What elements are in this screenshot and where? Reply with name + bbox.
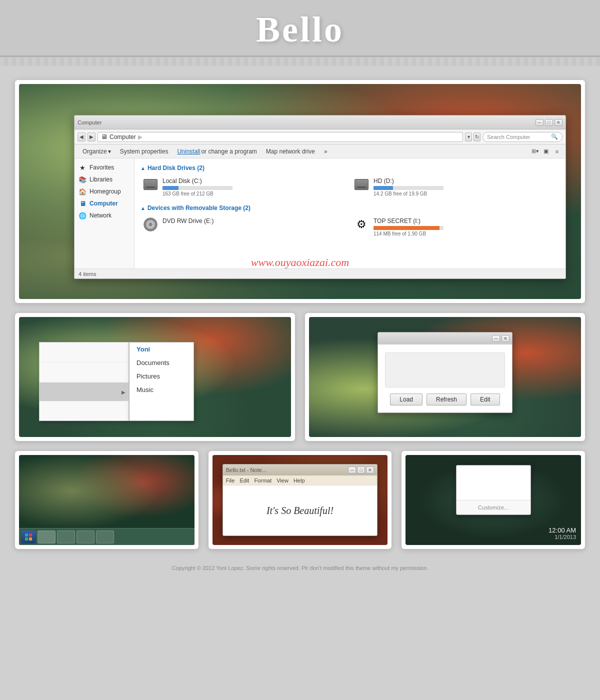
explorer-window: Computer ─ □ ✕ ◀ ▶ 🖥 Computer ▶ xyxy=(74,115,566,279)
refresh-btn[interactable]: ↻ xyxy=(474,132,480,142)
tray-card: Customize... 12:00 AM 1/1/2013 xyxy=(402,451,585,549)
drive-e[interactable]: DVD RW Drive (E:) xyxy=(140,216,348,238)
explorer-body: ★ Favorites 📚 Libraries 🏠 Homegroup xyxy=(74,158,566,268)
sidebar-item-favorites[interactable]: ★ Favorites xyxy=(74,162,134,174)
more-button[interactable]: » xyxy=(320,147,332,156)
uninstall-button[interactable]: Uninstall or change a program xyxy=(173,147,260,156)
drive-d[interactable]: HD (D:) 14.2 GB free of 19.9 GB xyxy=(352,176,560,198)
explorer-background: Computer ─ □ ✕ ◀ ▶ 🖥 Computer ▶ xyxy=(19,84,581,299)
notepad-titlebar: Bello.txt - Note... ─ □ ✕ xyxy=(223,464,378,476)
dialog-minimize-button[interactable]: ─ xyxy=(492,335,500,342)
folder-pane-row-4 xyxy=(40,402,128,420)
view-toggle-button[interactable]: ⊞▾ xyxy=(530,147,540,156)
taskbar-item-1[interactable] xyxy=(38,530,56,544)
notepad-minimize-button[interactable]: ─ xyxy=(348,466,356,474)
drive-d-name: HD (D:) xyxy=(374,178,558,184)
menu-file[interactable]: File xyxy=(226,478,235,484)
context-item-music[interactable]: Music xyxy=(130,383,194,396)
toolbar-right: ⊞▾ ▣ ≡ xyxy=(530,147,562,156)
file-area: ▲ Hard Disk Drives (2) Local Disk (C:) xyxy=(134,158,566,268)
sidebar-item-network[interactable]: 🌐 Network xyxy=(74,210,134,222)
network-icon: 🌐 xyxy=(78,212,86,219)
load-button[interactable]: Load xyxy=(390,394,422,406)
close-button[interactable]: ✕ xyxy=(554,119,562,126)
edit-button[interactable]: Edit xyxy=(470,394,500,406)
computer-icon: 🖥 xyxy=(78,200,86,207)
search-box[interactable]: Search Computer 🔍 xyxy=(482,132,562,142)
context-menu-background: ▶ Yoni Documents Pictures Music xyxy=(19,317,291,437)
removable-section-header: ▲ Devices with Removable Storage (2) xyxy=(140,204,560,212)
sidebar-computer-label: Computer xyxy=(90,200,118,207)
drive-c-icon xyxy=(142,178,158,192)
organize-arrow-icon: ▾ xyxy=(108,148,111,155)
menu-format[interactable]: Format xyxy=(254,478,272,484)
taskbar-item-3[interactable] xyxy=(76,530,94,544)
dialog-close-button[interactable]: ✕ xyxy=(502,335,510,342)
drive-c-name: Local Disk (C:) xyxy=(162,178,346,184)
taskbar-item-2[interactable] xyxy=(57,530,75,544)
drive-i-name: TOP SECRET (I:) xyxy=(374,218,558,224)
address-bar: ◀ ▶ 🖥 Computer ▶ ▾ ↻ Search Computer 🔍 xyxy=(74,130,566,144)
drive-i-icon: ⚙ xyxy=(354,218,370,232)
folder-pane-row-3[interactable]: ▶ xyxy=(40,382,128,402)
notepad-close-button[interactable]: ✕ xyxy=(366,466,374,474)
explorer-titlebar: Computer ─ □ ✕ xyxy=(74,116,566,130)
context-item-pictures[interactable]: Pictures xyxy=(130,370,194,383)
dialog-body: Load Refresh Edit xyxy=(378,344,512,412)
svg-rect-1 xyxy=(29,534,32,536)
maximize-button[interactable]: □ xyxy=(545,119,553,126)
path-extra-btn[interactable]: ▾ xyxy=(465,132,472,142)
drive-i[interactable]: ⚙ TOP SECRET (I:) 114 MB free of 1.90 GB xyxy=(352,216,560,238)
header-wave xyxy=(0,57,600,66)
windows-logo-icon xyxy=(24,533,32,541)
context-item-yoni[interactable]: Yoni xyxy=(130,342,194,356)
back-button[interactable]: ◀ xyxy=(78,132,86,142)
organize-button[interactable]: Organize ▾ xyxy=(78,147,115,156)
context-item-documents[interactable]: Documents xyxy=(130,356,194,370)
removable-drives-grid: DVD RW Drive (E:) ⚙ TOP SECRET (I:) xyxy=(140,216,560,238)
map-network-button[interactable]: Map network drive xyxy=(262,147,319,156)
tray-background: Customize... 12:00 AM 1/1/2013 xyxy=(406,455,581,545)
search-icon: 🔍 xyxy=(551,134,558,140)
sidebar-item-computer[interactable]: 🖥 Computer xyxy=(74,198,134,210)
submenu-arrow-icon: ▶ xyxy=(122,389,126,394)
sidebar-homegroup-label: Homegroup xyxy=(90,188,121,195)
drive-c[interactable]: Local Disk (C:) 163 GB free of 212 GB xyxy=(140,176,348,198)
path-computer: Computer xyxy=(110,134,136,140)
forward-button[interactable]: ▶ xyxy=(88,132,96,142)
dialog-buttons: Load Refresh Edit xyxy=(385,394,505,406)
notepad-menu: File Edit Format View Help xyxy=(223,476,378,486)
menu-edit[interactable]: Edit xyxy=(240,478,249,484)
middle-row: ▶ Yoni Documents Pictures Music xyxy=(15,313,585,441)
details-button[interactable]: ≡ xyxy=(552,147,562,156)
drive-c-free: 163 GB free of 212 GB xyxy=(162,191,346,196)
footer-text: Copyright © 2012 Yoni Lopez. Some rights… xyxy=(172,565,428,571)
drive-e-name: DVD RW Drive (E:) xyxy=(162,218,346,224)
start-button[interactable] xyxy=(21,530,36,544)
taskbar-item-4[interactable] xyxy=(96,530,114,544)
notepad-maximize-button[interactable]: □ xyxy=(357,466,365,474)
minimize-button[interactable]: ─ xyxy=(536,119,544,126)
taskbar-background xyxy=(19,455,194,545)
system-properties-button[interactable]: System properties xyxy=(116,147,172,156)
preview-button[interactable]: ▣ xyxy=(542,147,550,156)
notepad-title: Bello.txt - Note... xyxy=(226,467,266,473)
drive-d-bar-bg xyxy=(374,186,444,190)
context-menu-wrapper: ▶ Yoni Documents Pictures Music xyxy=(39,342,194,421)
notepad-body[interactable]: It's So Beautiful! xyxy=(223,486,378,536)
status-bar: 4 items xyxy=(74,268,566,278)
refresh-button[interactable]: Refresh xyxy=(426,394,466,406)
dialog-titlebar: ─ ✕ xyxy=(378,332,512,344)
menu-view[interactable]: View xyxy=(276,478,288,484)
notepad-background: Bello.txt - Note... ─ □ ✕ File Edit Form… xyxy=(212,455,388,545)
drive-d-info: HD (D:) 14.2 GB free of 19.9 GB xyxy=(374,178,558,196)
path-icon: 🖥 xyxy=(101,133,108,140)
explorer-window-title: Computer xyxy=(78,120,102,126)
sidebar-item-libraries[interactable]: 📚 Libraries xyxy=(74,174,134,186)
libraries-icon: 📚 xyxy=(78,176,86,183)
address-path[interactable]: 🖥 Computer ▶ xyxy=(98,132,463,142)
sidebar-libraries-label: Libraries xyxy=(90,176,112,183)
menu-help[interactable]: Help xyxy=(294,478,305,484)
folder-pane-row-2 xyxy=(40,362,128,382)
sidebar-item-homegroup[interactable]: 🏠 Homegroup xyxy=(74,186,134,198)
